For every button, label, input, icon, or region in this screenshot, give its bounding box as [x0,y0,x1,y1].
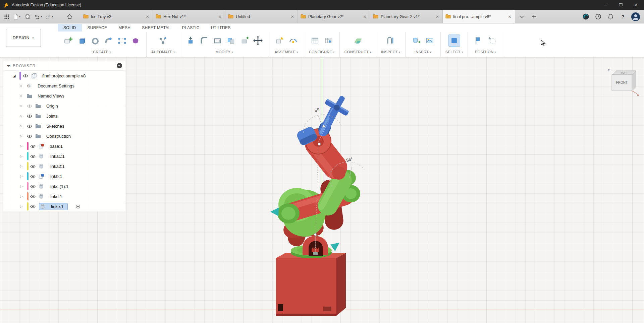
browser-item-sketches[interactable]: ▷Sketches [3,121,125,131]
document-tab-active[interactable]: final pro…ample v8* ✕ [443,10,515,23]
browser-item-joints[interactable]: ▷Joints [3,111,125,121]
revolve-icon[interactable] [89,35,101,47]
browser-item-construction[interactable]: ▷Construction [3,131,125,141]
insert-group-label[interactable]: INSERT▾ [415,50,431,54]
visibility-eye-icon[interactable] [30,195,39,198]
document-tab[interactable]: Untitled ✕ [225,10,298,23]
revert-position-icon[interactable] [486,35,498,47]
collapsed-arrow-icon[interactable]: ▷ [20,154,27,158]
automate-group-label[interactable]: AUTOMATE▾ [151,50,175,54]
collapse-panel-icon[interactable]: ◀◀ [7,64,9,67]
combine-icon[interactable] [225,35,237,47]
create-group-label[interactable]: CREATE▾ [93,50,111,54]
assemble-group-label[interactable]: ASSEMBLE▾ [275,50,298,54]
sweep-icon[interactable] [103,35,115,47]
configure-table-icon[interactable] [309,35,321,47]
home-icon[interactable] [66,12,74,21]
collapsed-arrow-icon[interactable]: ▷ [20,94,27,98]
close-tab-icon[interactable]: ✕ [435,14,440,19]
measure-icon[interactable] [385,35,397,47]
user-avatar[interactable] [631,12,640,21]
visibility-eye-icon[interactable] [30,205,39,208]
visibility-eye-icon[interactable] [27,114,36,118]
document-tab[interactable]: Ice Tray v3 ✕ [80,10,153,23]
redo-icon[interactable]: ▼ [45,12,54,21]
collapsed-arrow-icon[interactable]: ▷ [20,134,27,138]
document-tab[interactable]: Planetary Gear v2* ✕ [298,10,370,23]
undo-icon[interactable]: ▼ [34,12,43,21]
browser-item-linkc-1-1[interactable]: ▷linkc (1):1 [3,181,125,191]
tab-mesh[interactable]: MESH [113,24,136,31]
offset-face-icon[interactable] [238,35,251,47]
tab-sheet-metal[interactable]: SHEET METAL [136,24,176,31]
visibility-eye-icon[interactable] [30,165,39,168]
hide-browser-icon[interactable]: − [117,63,122,68]
shell-icon[interactable] [212,35,224,47]
move-icon[interactable] [252,35,264,47]
browser-item-base-1[interactable]: ▷base:1 [3,141,125,151]
browser-item-document-settings[interactable]: ▷⚙Document Settings [3,81,125,91]
collapsed-arrow-icon[interactable]: ▷ [20,84,27,87]
collapsed-arrow-icon[interactable]: ▷ [20,114,27,118]
press-pull-icon[interactable] [185,35,197,47]
pattern-icon[interactable] [116,35,128,47]
tab-surface[interactable]: SURFACE [82,24,113,31]
browser-item-linkd-1[interactable]: ▷linkd:1 [3,191,125,201]
visibility-eye-icon[interactable] [30,175,39,178]
form-icon[interactable] [129,35,142,47]
close-button[interactable]: ✕ [629,0,644,10]
create-sketch-icon[interactable] [62,35,74,47]
inspect-group-label[interactable]: INSPECT▾ [381,50,400,54]
robot-base[interactable] [276,253,346,316]
help-icon[interactable]: ? [619,12,627,21]
visibility-eye-off-icon[interactable] [27,104,36,108]
maximize-button[interactable]: ❐ [613,0,629,10]
browser-item-linkb-1[interactable]: ▷linkb:1 [3,171,125,181]
collapsed-arrow-icon[interactable]: ▷ [20,205,27,208]
collapsed-arrow-icon[interactable]: ▷ [20,185,27,188]
fusion-extension-icon[interactable] [582,12,590,21]
save-icon[interactable] [23,12,32,21]
tab-plastic[interactable]: PLASTIC [176,24,205,31]
job-status-clock-icon[interactable] [594,12,602,21]
select-icon[interactable] [448,35,460,47]
visibility-eye-icon[interactable] [27,134,36,138]
collapsed-arrow-icon[interactable]: ▷ [20,195,27,198]
browser-item-final-project-sample-v8[interactable]: ◢final project sample v8 [3,71,125,81]
construct-group-label[interactable]: CONSTRUCT▾ [344,50,371,54]
browser-item-origin[interactable]: ▷Origin [3,101,125,111]
visibility-eye-icon[interactable] [27,124,36,128]
collapsed-arrow-icon[interactable]: ▷ [20,124,27,128]
automate-icon[interactable] [157,35,169,47]
visibility-eye-icon[interactable] [30,144,39,148]
document-tab[interactable]: Hex Nut v1* ✕ [153,10,225,23]
collapsed-arrow-icon[interactable]: ▷ [20,104,27,108]
app-grid-icon[interactable] [3,12,11,21]
close-tab-icon[interactable]: ✕ [290,14,295,19]
minimize-button[interactable]: ─ [598,0,613,10]
close-tab-icon[interactable]: ✕ [507,14,512,19]
configure-group-label[interactable]: CONFIGURE▾ [309,50,335,54]
capture-position-icon[interactable] [473,35,485,47]
new-tab-icon[interactable] [530,12,538,21]
file-menu-icon[interactable]: ▼ [13,12,21,21]
tab-utilities[interactable]: UTILITIES [205,24,236,31]
view-cube[interactable]: TOP FRONT Z X [605,67,640,100]
tab-list-chevron-icon[interactable] [518,12,526,21]
extrude-icon[interactable] [76,35,88,47]
activate-component-radio[interactable] [76,204,80,209]
close-tab-icon[interactable]: ✕ [218,14,222,19]
visibility-eye-icon[interactable] [30,154,39,158]
configuration-icon[interactable] [322,35,334,47]
browser-item-named-views[interactable]: ▷Named Views [3,91,125,101]
collapsed-arrow-icon[interactable]: ▷ [20,165,27,168]
browser-item-linka2-1[interactable]: ▷linka2:1 [3,161,125,171]
expanded-arrow-icon[interactable]: ◢ [13,74,19,78]
document-tab[interactable]: Planetary Gear 2 v1* ✕ [370,10,443,23]
collapsed-arrow-icon[interactable]: ▷ [20,175,27,178]
visibility-eye-icon[interactable] [30,185,39,188]
close-tab-icon[interactable]: ✕ [145,14,150,19]
visibility-eye-icon[interactable] [23,74,32,78]
construction-plane-icon[interactable] [352,35,364,47]
tab-solid[interactable]: SOLID [58,24,82,31]
